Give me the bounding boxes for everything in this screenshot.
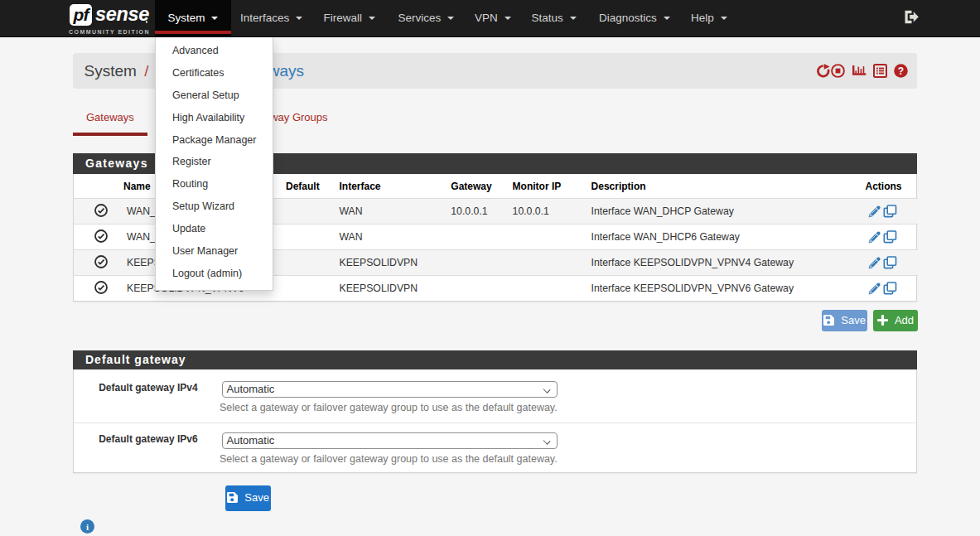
- svg-text:i: i: [86, 522, 89, 532]
- svg-text:?: ?: [897, 65, 903, 77]
